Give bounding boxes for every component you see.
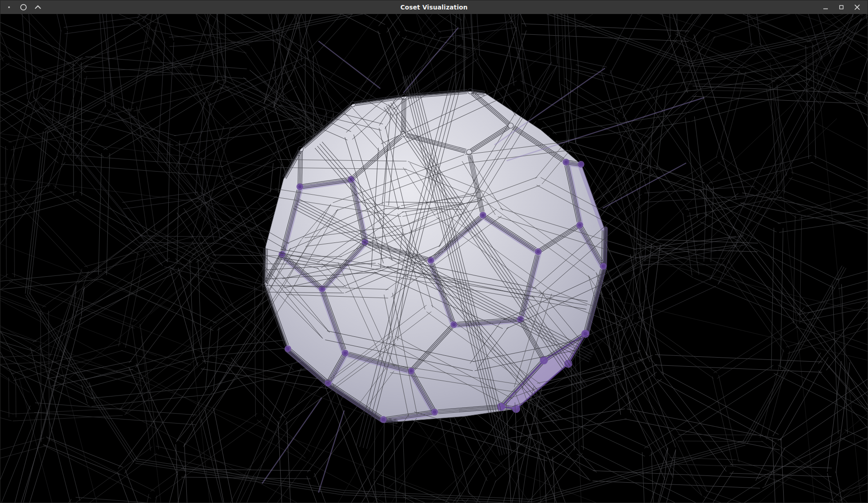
window-controls bbox=[820, 1, 868, 13]
chevron-up-icon[interactable] bbox=[34, 3, 42, 11]
maximize-icon bbox=[838, 4, 845, 11]
window-title: Coset Visualization bbox=[0, 0, 868, 14]
close-button[interactable] bbox=[851, 1, 863, 13]
coset-3d-canvas[interactable] bbox=[0, 14, 868, 503]
coset-ball bbox=[262, 88, 607, 424]
status-dot-icon bbox=[5, 3, 13, 11]
maximize-button[interactable] bbox=[836, 1, 847, 13]
minimize-button[interactable] bbox=[820, 1, 831, 13]
visualization-viewport[interactable] bbox=[0, 14, 868, 503]
titlebar-left-icons bbox=[0, 3, 42, 11]
minimize-icon bbox=[822, 4, 829, 11]
app-window: Coset Visualization bbox=[0, 0, 868, 503]
record-circle-icon[interactable] bbox=[19, 3, 28, 11]
close-icon bbox=[854, 4, 861, 11]
titlebar[interactable]: Coset Visualization bbox=[0, 0, 868, 14]
